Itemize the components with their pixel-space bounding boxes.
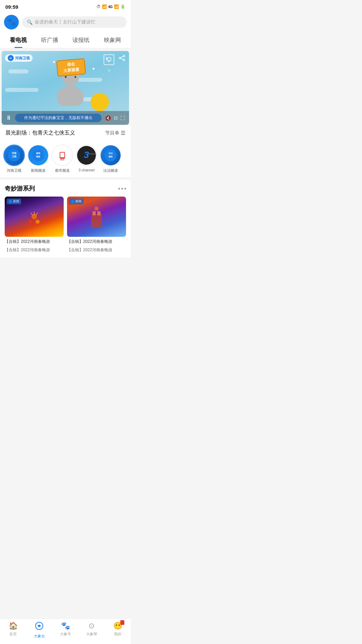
channel-badge-name: 河南卫视 — [15, 56, 30, 61]
app-logo[interactable]: 🐾 — [4, 15, 19, 30]
dot-3 — [124, 188, 126, 190]
mute-icon[interactable]: 🔇 — [105, 115, 111, 121]
svg-text:channel: channel — [88, 152, 97, 155]
subtitle-bar: 作为遵纪守法的象宝宝，无版权不播出 — [15, 114, 102, 122]
elephant-body — [57, 86, 84, 106]
sign-text: 请在 大屏观看 — [56, 58, 86, 76]
svg-text:都市: 都市 — [60, 158, 64, 161]
nav-daxianghao[interactable]: 🐾 大象号 — [52, 622, 78, 639]
program-title: 晨光剧场：包青天之七侠五义 — [5, 129, 75, 137]
header: 🐾 🔍 奋进的春天丨太行山下建设忙 — [0, 12, 131, 32]
daxiangtai-icon — [35, 622, 44, 632]
tab-watch-tv[interactable]: 看电视 — [3, 32, 34, 48]
video-top-right-icons — [104, 54, 126, 65]
channel-item-3[interactable]: 3 channel 3 channel — [76, 145, 97, 173]
nav-daxiangbang[interactable]: ⊙ 大象帮 — [78, 622, 105, 639]
channel-item-news[interactable]: 新闻 频道 新闻频道 — [27, 145, 49, 173]
video-thumb-2: 🎪 新闻 — [67, 197, 126, 237]
paw-icon: 🐾 — [7, 18, 16, 26]
svg-point-2 — [123, 55, 125, 57]
video-player[interactable]: ✦ ✦ ✴ H 河南卫视 — [2, 51, 129, 125]
fullscreen-icon[interactable]: ⛶ — [120, 115, 125, 121]
svg-rect-14 — [60, 153, 64, 157]
channel-logo-news: 新闻 频道 — [28, 145, 48, 165]
badge-text-2: 新闻 — [75, 199, 81, 204]
partial-title-left: 【合辑】2022河南春晚游 — [5, 246, 64, 253]
nav-label-daxiangtai: 大象台 — [34, 634, 45, 639]
search-icon: 🔍 — [27, 19, 33, 25]
channel-circle-3: 3 channel — [76, 145, 97, 166]
tab-listen-radio[interactable]: 听广播 — [34, 32, 66, 48]
channel-name-news: 新闻频道 — [31, 168, 46, 173]
search-bar[interactable]: 🔍 奋进的春天丨太行山下建设忙 — [22, 16, 127, 28]
svg-point-10 — [32, 149, 44, 161]
list-icon: ☰ — [121, 130, 125, 136]
signal-bars-icon: 📶 — [114, 4, 119, 9]
qimiaoyou-section: 奇妙游系列 — [0, 180, 131, 258]
paw-badge-icon-2 — [71, 200, 74, 203]
nav-mine[interactable]: 😶 我的 — [105, 622, 131, 639]
status-time: 09:59 — [5, 4, 18, 10]
svg-line-27 — [31, 213, 33, 215]
svg-rect-28 — [91, 214, 102, 227]
daxianghao-icon: 🐾 — [61, 622, 70, 630]
channel-item-henan[interactable]: 河南 卫视 河南卫视 — [3, 145, 25, 173]
bottom-nav: 🏠 首页 大象台 🐾 大象号 ⊙ 大象帮 😶 我的 — [0, 619, 131, 644]
svg-text:频道: 频道 — [36, 155, 41, 158]
video-controls: ⏸ 作为遵纪守法的象宝宝，无版权不播出 🔇 ⊡ ⛶ — [2, 111, 129, 125]
video-card-2[interactable]: 🎪 新闻 【合辑】2022河南春晚游 — [67, 197, 126, 245]
nav-tabs: 看电视 听广播 读报纸 映象网 — [0, 32, 131, 48]
svg-line-6 — [121, 58, 123, 59]
more-button[interactable] — [118, 188, 126, 190]
channel-circle-fazhi: 法治 频道 — [100, 145, 121, 166]
share-icon[interactable] — [118, 54, 126, 65]
nav-daxiangtai[interactable]: 大象台 — [26, 622, 52, 639]
nav-label-daxiangbang: 大象帮 — [86, 632, 97, 637]
program-guide[interactable]: 节目单 ☰ — [105, 130, 125, 136]
pause-button[interactable]: ⏸ — [6, 114, 12, 121]
guide-label: 节目单 — [105, 130, 119, 136]
yellow-moon — [90, 93, 109, 111]
timer-icon: ⏱ — [97, 4, 101, 9]
svg-text:河南: 河南 — [12, 152, 16, 154]
video-card-1[interactable]: 新闻 【合辑】2022河南春晚游 — [5, 197, 64, 245]
cloud-3 — [5, 88, 39, 92]
partial-card-titles: 【合辑】2022河南春晚游 【合辑】2022河南春晚游 — [5, 246, 126, 253]
video-card-title-1: 【合辑】2022河南春晚游 — [5, 239, 64, 245]
nav-label-daxianghao: 大象号 — [60, 632, 71, 637]
channel-item-fazhi[interactable]: 法治 频道 法治频道 — [100, 145, 121, 173]
badge-text-1: 新闻 — [13, 199, 19, 204]
tab-read-newspaper[interactable]: 读报纸 — [65, 32, 97, 48]
channel-name-fazhi: 法治频道 — [103, 168, 118, 173]
section-title: 奇妙游系列 — [5, 184, 35, 193]
video-grid: 新闻 【合辑】2022河南春晚游 🎪 — [5, 197, 126, 245]
channel-item-dushi[interactable]: 都市 都市频道 — [52, 145, 73, 173]
tab-yingxiang[interactable]: 映象网 — [97, 32, 128, 48]
status-icons: ⏱ 📶 4G 📶 🔋 — [97, 4, 125, 9]
svg-line-26 — [36, 213, 38, 215]
subtitle-text: 作为遵纪守法的象宝宝，无版权不播出 — [24, 115, 93, 120]
svg-line-5 — [121, 56, 123, 57]
elephant-eye-right — [75, 76, 76, 78]
section-header: 奇妙游系列 — [5, 184, 126, 193]
channel-logo-fazhi: 法治 频道 — [101, 145, 121, 165]
program-info: 晨光剧场：包青天之七侠五义 节目单 ☰ — [0, 125, 131, 141]
cast-icon[interactable] — [104, 54, 114, 65]
channel-logo-3: 3 channel — [76, 145, 97, 165]
nav-home[interactable]: 🏠 首页 — [0, 622, 26, 639]
thumb-badge-2: 新闻 — [69, 199, 83, 204]
svg-point-19 — [105, 149, 117, 161]
search-placeholder: 奋进的春天丨太行山下建设忙 — [35, 19, 96, 25]
close-icon[interactable]: × — [108, 68, 111, 73]
nav-label-home: 首页 — [9, 632, 17, 637]
channel-logo-dushi: 都市 — [52, 145, 72, 165]
channel-badge-logo: H — [8, 55, 14, 61]
channel-circle-dushi: 都市 — [52, 145, 73, 166]
video-right-controls: 🔇 ⊡ ⛶ — [105, 115, 125, 121]
wifi-icon: 📶 — [102, 4, 107, 9]
channel-circle-news: 新闻 频道 — [27, 145, 49, 166]
channel-circle-henan: 河南 卫视 — [3, 145, 25, 166]
svg-point-24 — [36, 220, 40, 224]
sparkle-2: ✦ — [92, 66, 96, 71]
pip-icon[interactable]: ⊡ — [114, 115, 118, 120]
